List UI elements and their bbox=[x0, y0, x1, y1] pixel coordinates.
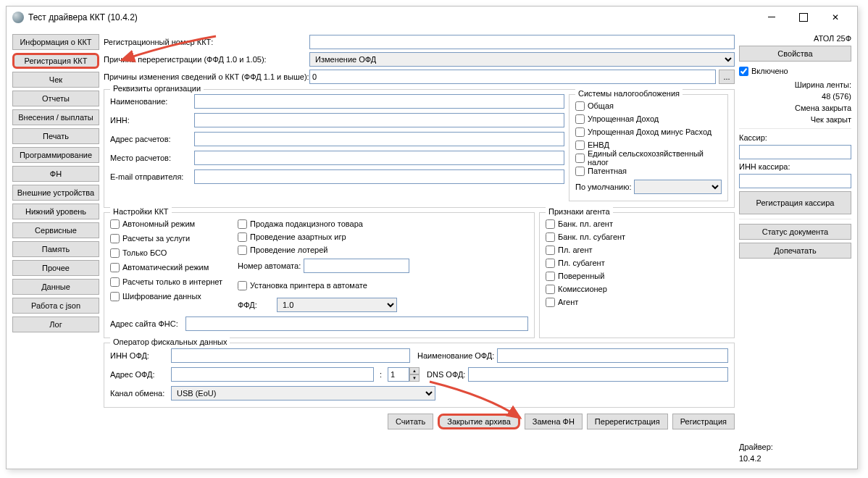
org-place-input[interactable] bbox=[194, 151, 564, 165]
ofd-addr-input[interactable] bbox=[171, 367, 374, 382]
change-reasons-browse[interactable]: ... bbox=[719, 70, 735, 84]
sidebar-item-10[interactable]: Сервисные bbox=[12, 222, 99, 238]
register-cashier-button[interactable]: Регистрация кассира bbox=[739, 191, 851, 214]
printer-in-machine-checkbox[interactable] bbox=[238, 281, 247, 290]
sidebar-item-8[interactable]: Внешние устройства bbox=[12, 185, 99, 201]
kkt-c2-label-2: Проведение лотерей bbox=[250, 246, 328, 254]
close-button[interactable] bbox=[819, 7, 851, 28]
tax-checkbox-5[interactable] bbox=[575, 167, 585, 176]
ofd-chan-label: Канал обмена: bbox=[110, 389, 168, 398]
sidebar-item-11[interactable]: Память bbox=[12, 241, 99, 257]
ofd-port-spinner[interactable]: ▲▼ bbox=[388, 367, 420, 382]
kkt-c2-checkbox-2[interactable] bbox=[238, 246, 247, 255]
kkt-c1-checkbox-3[interactable] bbox=[110, 263, 120, 272]
enabled-checkbox[interactable] bbox=[739, 67, 748, 76]
properties-button[interactable]: Свойства bbox=[739, 46, 851, 62]
org-addr-input[interactable] bbox=[194, 132, 564, 146]
tax-label-2: Упрощенная Доход минус Расход bbox=[588, 127, 711, 136]
sidebar-item-0[interactable]: Информация о ККТ bbox=[12, 34, 99, 50]
kkt-c1-label-0: Автономный режим bbox=[122, 219, 195, 228]
kkt-c1-label-3: Автоматический режим bbox=[122, 263, 209, 272]
change-reasons-input[interactable] bbox=[309, 70, 716, 84]
ofd-fieldset: Оператор фискальных данных ИНН ОФД: Наим… bbox=[104, 343, 735, 408]
sidebar-item-6[interactable]: Программирование bbox=[12, 147, 99, 163]
right-pane: АТОЛ 25Ф Свойства Включено Ширина ленты:… bbox=[739, 34, 851, 463]
tax-checkbox-3[interactable] bbox=[575, 141, 585, 150]
close-archive-button[interactable]: Закрытие архива bbox=[438, 414, 520, 429]
tax-checkbox-0[interactable] bbox=[575, 101, 585, 111]
org-name-label: Наименование: bbox=[110, 97, 190, 106]
device-name: АТОЛ 25Ф bbox=[739, 34, 851, 43]
agent-checkbox-6[interactable] bbox=[546, 298, 555, 307]
kkt-c2-checkbox-0[interactable] bbox=[238, 219, 247, 229]
kkt-c2-label-0: Продажа подакцизного товара bbox=[250, 219, 363, 228]
sidebar-item-3[interactable]: Отчеты bbox=[12, 91, 99, 106]
doc-status-button[interactable]: Статус документа bbox=[739, 224, 851, 240]
kkt-c1-checkbox-2[interactable] bbox=[110, 248, 120, 258]
sidebar-item-14[interactable]: Работа с json bbox=[12, 298, 99, 314]
sidebar-item-5[interactable]: Печать bbox=[12, 128, 99, 144]
rereg-reason-label: Причина перерегистрации (ФФД 1.0 и 1.05)… bbox=[104, 55, 306, 64]
maximize-button[interactable] bbox=[788, 7, 819, 28]
kkt-c2-label-1: Проведение азартных игр bbox=[250, 232, 346, 241]
agent-checkbox-4[interactable] bbox=[546, 272, 555, 281]
cashier-input[interactable] bbox=[739, 145, 851, 159]
sidebar-item-13[interactable]: Данные bbox=[12, 279, 99, 295]
tax-checkbox-1[interactable] bbox=[575, 114, 585, 124]
sidebar-item-4[interactable]: Внесения / выплаты bbox=[12, 109, 99, 125]
sidebar-item-2[interactable]: Чек bbox=[12, 72, 99, 88]
tax-checkbox-4[interactable] bbox=[575, 154, 585, 163]
agent-checkbox-2[interactable] bbox=[546, 246, 555, 255]
agent-checkbox-5[interactable] bbox=[546, 285, 555, 294]
org-name-input[interactable] bbox=[194, 94, 564, 109]
tax-checkbox-2[interactable] bbox=[575, 127, 585, 137]
ofd-legend: Оператор фискальных данных bbox=[110, 337, 230, 346]
sidebar-item-15[interactable]: Лог bbox=[12, 316, 99, 332]
kkt-c1-checkbox-4[interactable] bbox=[110, 277, 120, 287]
agent-checkbox-1[interactable] bbox=[546, 232, 555, 242]
org-inn-input[interactable] bbox=[194, 113, 564, 127]
kkt-c2-checkbox-1[interactable] bbox=[238, 232, 247, 242]
kkt-c1-checkbox-0[interactable] bbox=[110, 219, 120, 229]
fns-input[interactable] bbox=[185, 316, 528, 331]
ofd-inn-input[interactable] bbox=[171, 348, 410, 363]
minimize-button[interactable] bbox=[756, 7, 788, 28]
reg-button[interactable]: Регистрация bbox=[672, 414, 735, 429]
sidebar-item-7[interactable]: ФН bbox=[12, 166, 99, 182]
cashier-inn-label: ИНН кассира: bbox=[739, 162, 851, 171]
sidebar-item-12[interactable]: Прочее bbox=[12, 260, 99, 276]
cashier-inn-input[interactable] bbox=[739, 174, 851, 188]
machine-input[interactable] bbox=[304, 259, 409, 273]
ofd-dns-input[interactable] bbox=[468, 367, 728, 382]
kkt-fieldset: Настройки ККТ Автономный режимРасчеты за… bbox=[104, 212, 535, 338]
ofd-name-label: Наименование ОФД: bbox=[417, 351, 494, 360]
sidebar-item-9[interactable]: Нижний уровень bbox=[12, 204, 99, 219]
agent-checkbox-0[interactable] bbox=[546, 219, 555, 229]
enabled-label: Включено bbox=[751, 67, 788, 75]
agent-checkbox-3[interactable] bbox=[546, 259, 555, 268]
org-email-input[interactable] bbox=[194, 169, 564, 184]
main-panel: Регистрационный номер ККТ: Причина перер… bbox=[104, 34, 735, 463]
replace-fn-button[interactable]: Замена ФН bbox=[525, 414, 583, 429]
reg-num-input[interactable] bbox=[309, 35, 735, 49]
tax-label-5: Патентная bbox=[588, 167, 627, 175]
kkt-c1-checkbox-5[interactable] bbox=[110, 292, 120, 301]
ofd-chan-select[interactable]: USB (EoU) bbox=[171, 386, 435, 401]
tax-default-select[interactable] bbox=[634, 180, 722, 194]
fns-label: Адрес сайта ФНС: bbox=[110, 319, 183, 328]
window-title: Тест драйвера ККТ (10.4.2) bbox=[28, 12, 756, 22]
kkt-c1-checkbox-1[interactable] bbox=[110, 234, 120, 243]
ffd-select[interactable]: 1.0 bbox=[277, 298, 397, 312]
read-button[interactable]: Считать bbox=[388, 414, 433, 429]
agent-label-0: Банк. пл. агент bbox=[558, 219, 613, 228]
agent-label-3: Пл. субагент bbox=[558, 259, 605, 267]
reprint-button[interactable]: Допечатать bbox=[739, 243, 851, 259]
rereg-reason-select[interactable]: Изменение ОФД bbox=[309, 52, 735, 67]
sidebar-item-1[interactable]: Регистрация ККТ bbox=[12, 53, 99, 69]
org-fieldset: Реквизиты организации Наименование: ИНН:… bbox=[104, 89, 735, 208]
ofd-inn-label: ИНН ОФД: bbox=[110, 351, 168, 360]
tax-label-4: Единый сельскохозяйственный налог bbox=[588, 149, 722, 167]
ofd-name-input[interactable] bbox=[497, 348, 728, 363]
tax-label-1: Упрощенная Доход bbox=[588, 114, 659, 123]
rereg-button[interactable]: Перерегистрация bbox=[587, 414, 668, 429]
